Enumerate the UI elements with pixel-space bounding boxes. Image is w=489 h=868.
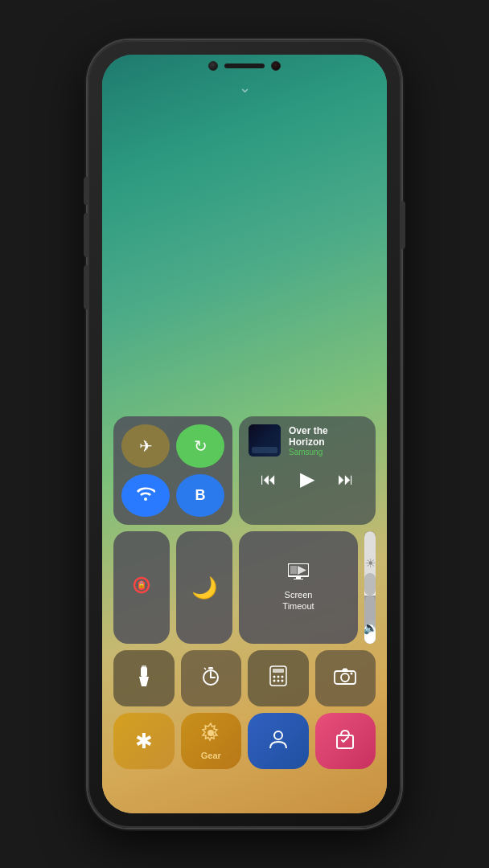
front-camera (208, 61, 218, 71)
phone-screen: ⌄ ✈ ↻ (102, 55, 387, 813)
connectivity-media-row: ✈ ↻ (113, 416, 376, 525)
svg-point-22 (273, 680, 275, 682)
volume-up-button[interactable] (84, 213, 88, 257)
svg-point-27 (351, 673, 353, 675)
media-text: Over the Horizon Samsung (289, 425, 366, 457)
wifi-icon (136, 484, 155, 507)
svg-point-0 (144, 497, 147, 501)
svg-point-26 (341, 674, 349, 682)
store-icon (334, 727, 356, 755)
pull-down-indicator[interactable]: ⌄ (239, 80, 251, 95)
galaxy-store-button[interactable] (315, 713, 376, 769)
phone-container: ⌄ ✈ ↻ (88, 40, 401, 828)
rotate-icon: ↻ (194, 436, 208, 456)
galaxy-icon (267, 727, 290, 755)
top-sensors (208, 61, 281, 71)
play-button[interactable]: ▶ (294, 465, 321, 493)
volume-icon: 🔊 (364, 620, 376, 635)
svg-rect-30 (337, 735, 353, 748)
iris-camera (271, 61, 281, 71)
gear-button[interactable]: Gear (181, 713, 242, 769)
connectivity-panel: ✈ ↻ (113, 416, 232, 525)
airplane-icon: ✈ (139, 436, 153, 456)
svg-text:🔒: 🔒 (138, 580, 146, 588)
wifi-button[interactable] (121, 474, 170, 518)
speaker (224, 63, 265, 68)
svg-point-29 (274, 731, 282, 739)
gear-app-icon (199, 722, 222, 749)
do-not-disturb-button[interactable]: 🌙 (176, 531, 232, 644)
svg-rect-6 (294, 579, 303, 579)
svg-rect-18 (273, 669, 284, 673)
brightness-icon: ☀ (365, 556, 376, 571)
gear-label: Gear (201, 751, 221, 760)
svg-point-21 (281, 676, 283, 678)
svg-point-20 (277, 676, 279, 678)
torch-button[interactable] (113, 650, 175, 706)
volume-slider[interactable] (364, 596, 376, 644)
media-controls: ⏮ ▶ ⏭ (249, 461, 366, 493)
calculator-button[interactable] (248, 650, 309, 706)
power-button[interactable] (401, 201, 405, 249)
bixby-button[interactable] (84, 177, 88, 205)
rotation-lock-button[interactable]: 🔒 (113, 531, 170, 644)
control-center: ✈ ↻ (113, 416, 376, 769)
samsung-apps-row: ✱ Gear (113, 713, 376, 769)
svg-rect-9 (141, 667, 147, 677)
sliders-container: ☀ 🔊 (364, 531, 376, 644)
volume-down-button[interactable] (84, 265, 88, 309)
svg-point-23 (277, 680, 279, 682)
bixby-button[interactable]: ✱ (113, 713, 175, 769)
camera-button[interactable] (315, 650, 376, 706)
screen-timeout-button[interactable]: ScreenTimeout (239, 531, 358, 644)
airplane-mode-button[interactable]: ✈ (121, 424, 170, 468)
screen-timeout-label: ScreenTimeout (282, 589, 314, 612)
screen-timeout-icon (288, 563, 309, 584)
bixby-icon: ✱ (135, 729, 153, 754)
quick-toggles-row: 🔒 🌙 (113, 531, 376, 644)
media-info: Over the Horizon Samsung (249, 424, 366, 457)
rotation-lock-icon: 🔒 (130, 574, 153, 601)
moon-icon: 🌙 (191, 575, 217, 600)
svg-rect-11 (142, 665, 146, 668)
media-artist: Samsung (289, 448, 366, 457)
app-shortcuts-row (113, 650, 376, 706)
svg-marker-8 (298, 566, 306, 575)
bluetooth-icon: B (195, 487, 206, 504)
svg-point-24 (281, 680, 283, 682)
svg-rect-15 (208, 667, 213, 669)
rotation-button[interactable]: ↻ (176, 424, 224, 468)
brightness-slider-section[interactable]: ☀ (364, 531, 376, 596)
sliders-panel: ☀ 🔊 (364, 531, 376, 644)
next-button[interactable]: ⏭ (331, 467, 360, 492)
timer-icon (200, 665, 221, 691)
svg-rect-5 (296, 576, 301, 579)
svg-line-16 (204, 668, 206, 669)
bluetooth-button[interactable]: B (176, 474, 224, 518)
torch-icon (134, 665, 154, 691)
svg-rect-7 (290, 566, 297, 574)
media-title: Over the Horizon (289, 425, 366, 448)
brightness-fill (364, 573, 376, 596)
calculator-icon (269, 665, 288, 691)
galaxy-friends-button[interactable] (248, 713, 309, 769)
svg-point-19 (273, 676, 275, 678)
svg-point-28 (208, 730, 214, 736)
camera-icon (334, 667, 356, 690)
timer-button[interactable] (181, 650, 242, 706)
svg-marker-10 (139, 677, 149, 686)
album-art (249, 424, 281, 457)
media-panel: Over the Horizon Samsung ⏮ ▶ ⏭ (239, 416, 376, 525)
previous-button[interactable]: ⏮ (254, 467, 283, 492)
volume-slider-section[interactable]: 🔊 (364, 596, 376, 644)
